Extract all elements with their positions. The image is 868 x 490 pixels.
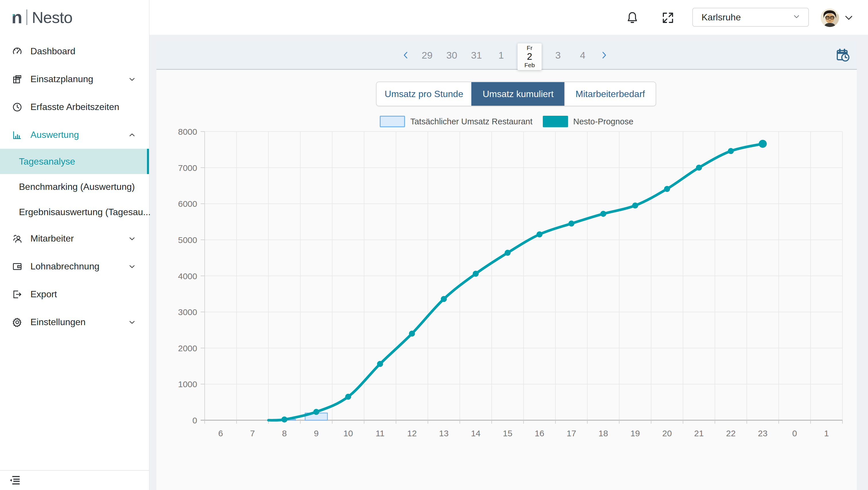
chart-icon: [11, 129, 23, 141]
sidebar-item-label: Lohnabrechnung: [30, 261, 99, 272]
date-3[interactable]: 3: [550, 50, 566, 61]
sidebar-item-label: Export: [30, 289, 57, 299]
svg-text:20: 20: [662, 429, 672, 438]
svg-text:6000: 6000: [178, 199, 197, 208]
dashboard-icon: [11, 46, 23, 57]
expand-icon: [661, 21, 675, 26]
schedule-icon: [11, 74, 23, 85]
wallet-icon: [11, 261, 23, 272]
sidebar-item-label: Einsatzplanung: [30, 74, 93, 84]
sidebar-item-label: Benchmarking (Auswertung): [19, 181, 135, 192]
date-1[interactable]: 1: [493, 50, 509, 61]
svg-text:10: 10: [343, 429, 353, 438]
sidebar-item-benchmarking[interactable]: Benchmarking (Auswertung): [0, 174, 149, 199]
sidebar-footer-divider: [0, 470, 149, 471]
svg-text:6: 6: [218, 429, 223, 438]
tab-umsatz-pro-stunde[interactable]: Umsatz pro Stunde: [377, 82, 471, 106]
tab-umsatz-kumuliert[interactable]: Umsatz kumuliert: [471, 82, 564, 106]
sidebar-item-auswertung[interactable]: Auswertung: [0, 121, 149, 149]
svg-text:8000: 8000: [178, 127, 197, 137]
svg-text:9: 9: [314, 429, 319, 438]
calendar-picker-button[interactable]: [836, 47, 850, 63]
sidebar-item-einsatzplanung[interactable]: Einsatzplanung: [0, 65, 149, 93]
prev-day-button[interactable]: [401, 49, 411, 61]
logo-divider: [26, 9, 27, 25]
svg-text:15: 15: [503, 429, 513, 438]
svg-text:7000: 7000: [178, 163, 197, 173]
sidebar-item-label: Ergebnisauswertung (Tagesau...: [19, 207, 151, 218]
svg-text:23: 23: [758, 429, 768, 438]
location-select[interactable]: Karlsruhe: [692, 8, 809, 27]
app-logo[interactable]: n Nesto: [11, 6, 72, 28]
date-30[interactable]: 30: [443, 50, 460, 61]
svg-text:2000: 2000: [178, 344, 197, 353]
sidebar-item-label: Auswertung: [30, 129, 79, 140]
logo-wordmark: Nesto: [32, 8, 72, 27]
chevron-down-icon: [128, 262, 136, 271]
svg-text:0: 0: [792, 429, 797, 438]
user-avatar[interactable]: [820, 9, 839, 27]
svg-text:3000: 3000: [178, 307, 197, 317]
selected-month: Feb: [524, 62, 535, 68]
selected-date-card[interactable]: Fr 2 Feb: [518, 44, 541, 70]
sidebar-item-label: Mitarbeiter: [30, 233, 74, 244]
svg-text:22: 22: [726, 429, 735, 438]
svg-text:0: 0: [192, 415, 197, 425]
sidebar: n Nesto DashboardEinsatzplanungErfasste …: [0, 0, 150, 490]
svg-text:11: 11: [375, 429, 384, 438]
svg-text:7: 7: [250, 429, 255, 438]
date-31[interactable]: 31: [468, 50, 485, 61]
topbar: Karlsruhe: [150, 0, 868, 35]
svg-text:16: 16: [535, 429, 544, 438]
calendar-clock-icon: [836, 59, 850, 64]
date-navigation-bar: 2930311 Fr 2 Feb34: [156, 41, 857, 70]
sidebar-item-label: Tagesanalyse: [19, 156, 75, 167]
logo-n-mark: n: [11, 8, 22, 26]
selected-day: 2: [527, 51, 532, 62]
sidebar-item-einstellungen[interactable]: Einstellungen: [0, 308, 149, 336]
selected-weekday: Fr: [527, 45, 532, 51]
date-4[interactable]: 4: [575, 50, 591, 61]
people-icon: [11, 233, 23, 244]
sidebar-item-tagesanalyse[interactable]: Tagesanalyse: [0, 149, 149, 174]
svg-text:1: 1: [824, 429, 829, 438]
svg-text:14: 14: [471, 429, 480, 438]
next-day-button[interactable]: [599, 49, 609, 61]
export-icon: [11, 289, 23, 300]
clock-icon: [11, 102, 23, 113]
chart-view-tabs: Umsatz pro StundeUmsatz kumuliertMitarbe…: [376, 82, 656, 106]
chevron-up-icon: [128, 131, 136, 139]
fullscreen-button[interactable]: [661, 11, 675, 25]
sidebar-item-ergebnisauswertung[interactable]: Ergebnisauswertung (Tagesau...: [0, 199, 149, 225]
svg-text:4000: 4000: [178, 271, 197, 281]
collapse-sidebar-button[interactable]: [9, 474, 21, 487]
gear-icon: [11, 317, 23, 328]
sidebar-item-label: Einstellungen: [30, 317, 86, 327]
sidebar-item-label: Erfasste Arbeitszeiten: [30, 102, 119, 112]
svg-text:1000: 1000: [178, 379, 197, 389]
svg-text:12: 12: [407, 429, 416, 438]
notifications-button[interactable]: [625, 10, 639, 25]
chevron-down-icon: [128, 234, 136, 243]
date-29[interactable]: 29: [419, 50, 435, 61]
sidebar-item-label: Dashboard: [30, 46, 75, 57]
svg-text:17: 17: [567, 429, 576, 438]
svg-text:21: 21: [694, 429, 704, 438]
sidebar-item-dashboard[interactable]: Dashboard: [0, 37, 149, 65]
sidebar-item-export[interactable]: Export: [0, 280, 149, 308]
chevron-down-icon: [792, 12, 801, 22]
user-menu-chevron[interactable]: [844, 12, 854, 23]
sidebar-nav: DashboardEinsatzplanungErfasste Arbeitsz…: [0, 0, 149, 336]
location-select-value: Karlsruhe: [702, 12, 741, 23]
sidebar-item-lohnabrechnung[interactable]: Lohnabrechnung: [0, 253, 149, 280]
sidebar-item-mitarbeiter[interactable]: Mitarbeiter: [0, 225, 149, 253]
tab-mitarbeiterbedarf[interactable]: Mitarbeiterbedarf: [564, 82, 656, 106]
chevron-down-icon: [128, 318, 136, 326]
main-content: Umsatz pro StundeUmsatz kumuliertMitarbe…: [156, 70, 857, 490]
svg-text:8: 8: [282, 429, 287, 438]
chevron-down-icon: [128, 75, 136, 84]
svg-text:5000: 5000: [178, 235, 197, 245]
sidebar-item-erfasste-arbeitszeiten[interactable]: Erfasste Arbeitszeiten: [0, 93, 149, 121]
svg-text:19: 19: [630, 429, 640, 438]
svg-text:18: 18: [598, 429, 608, 438]
